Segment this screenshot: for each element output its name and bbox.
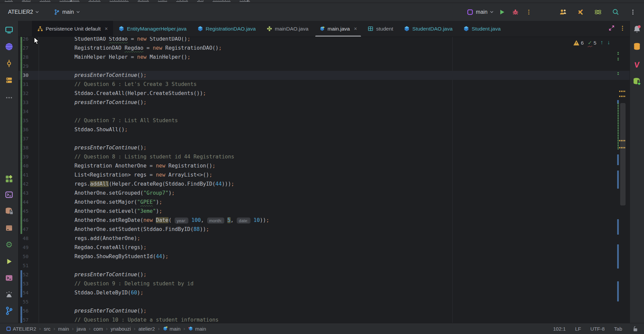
main-menu-kebab-button[interactable] — [628, 7, 638, 17]
typos-indicator[interactable]: ✓ 5 — [588, 40, 596, 46]
tool-button-maven-v[interactable]: V — [631, 59, 643, 70]
gutter[interactable]: 49 — [18, 243, 39, 252]
line-number[interactable]: 55 — [23, 297, 29, 306]
code-line[interactable]: 32 Stddao.CreateAll(Helper.CreateStudent… — [18, 89, 630, 98]
code-line[interactable]: 48 regs.add(AnotherOne); — [18, 234, 630, 243]
line-number[interactable]: 34 — [23, 107, 29, 116]
tool-button-database-lock[interactable] — [3, 205, 15, 217]
tab-options-button[interactable] — [619, 25, 626, 33]
gutter[interactable]: 56 — [18, 306, 39, 316]
breadcrumb-src[interactable]: src — [44, 326, 50, 332]
tab-persistence-unit-default[interactable]: Persistence Unit default× — [32, 21, 113, 37]
code-line[interactable]: 50 Regdao.ShowRegByStudentId(44); — [18, 252, 630, 261]
close-icon[interactable]: × — [354, 26, 357, 32]
run-configuration-widget[interactable]: main — [467, 9, 494, 15]
gutter[interactable]: 50 — [18, 252, 39, 261]
line-number[interactable]: 42 — [23, 180, 29, 189]
code-line[interactable]: 35 // Question 7 : List All Students — [18, 116, 630, 125]
code-line[interactable]: 51 — [18, 261, 630, 270]
line-number[interactable]: 49 — [23, 243, 29, 252]
breadcrumb-class[interactable]: main — [163, 326, 181, 332]
tool-button-services-squares[interactable] — [3, 173, 15, 185]
tool-button-git-branch[interactable] — [3, 305, 15, 317]
code-line[interactable]: 34 — [18, 107, 630, 116]
menu-item-file[interactable]: File — [5, 0, 13, 1]
line-number[interactable]: 30 — [23, 71, 29, 80]
line-number[interactable]: 56 — [23, 306, 29, 316]
code-line[interactable]: 37 — [18, 134, 630, 143]
code-line[interactable]: 53 // Question 9 : Deleting student by i… — [18, 279, 630, 288]
tools-button[interactable] — [576, 7, 586, 17]
menu-item-view[interactable]: View — [40, 0, 50, 1]
gutter[interactable]: 53 — [18, 279, 39, 288]
gutter[interactable]: 42 — [18, 180, 39, 189]
line-number[interactable]: 48 — [23, 234, 29, 243]
tool-button-terminal2[interactable] — [3, 272, 15, 284]
menu-item-help[interactable]: Help — [240, 0, 250, 1]
inspection-widget[interactable]: 6 ✓ 5 ↑ ↓ — [573, 39, 610, 46]
tool-button-notifications-bell[interactable] — [631, 23, 643, 35]
line-number[interactable]: 45 — [23, 207, 29, 216]
warnings-indicator[interactable]: 6 — [573, 40, 584, 46]
code-line[interactable]: 39 // Question 8 : Listing student id 44… — [18, 152, 630, 161]
tool-button-monitor[interactable] — [3, 24, 15, 36]
code-line[interactable]: 44 AnotherOne.setMajor("GPEE"); — [18, 198, 630, 207]
code-line[interactable]: 54 Stddao.DeleteByID(60); — [18, 288, 630, 297]
profiler-button[interactable] — [593, 7, 603, 17]
line-number[interactable]: 53 — [23, 279, 29, 288]
line-number[interactable]: 33 — [23, 98, 29, 107]
search-everywhere-button[interactable] — [610, 7, 620, 17]
tab-registrationdao-java[interactable]: RegistrationDAO.java — [192, 21, 261, 37]
breadcrumb-method[interactable]: main — [188, 326, 206, 332]
gutter[interactable]: 31 — [18, 80, 39, 89]
gutter[interactable]: 30 — [18, 71, 39, 80]
breadcrumb-project[interactable]: ATELIER2 — [6, 326, 36, 332]
code-line[interactable]: 47 AnotherOne.setStudent(Stddao.FindByID… — [18, 225, 630, 234]
line-number[interactable]: 51 — [23, 261, 29, 270]
expand-editor-button[interactable] — [608, 25, 615, 33]
gutter[interactable]: 52 — [18, 270, 39, 279]
next-problem-arrow-icon[interactable]: ↓ — [607, 39, 610, 46]
close-icon[interactable]: × — [105, 26, 108, 32]
breadcrumb-main[interactable]: main — [58, 326, 69, 332]
gutter[interactable]: 35 — [18, 116, 39, 125]
code-with-me-button[interactable] — [558, 7, 568, 17]
tab-main-java[interactable]: main.java× — [314, 21, 363, 37]
more-run-options-button[interactable] — [524, 7, 534, 17]
tool-button-commit[interactable] — [3, 58, 15, 69]
tool-button-database-add[interactable] — [631, 76, 643, 87]
menu-item-git[interactable]: Git — [197, 0, 203, 1]
gutter[interactable]: 29 — [18, 62, 39, 71]
code-line[interactable]: 46 AnotherOne.setRegDate(new Date( year:… — [18, 216, 630, 225]
code-line[interactable]: 42 regs.addAll(Helper.CreateReg(Stddao.F… — [18, 180, 630, 189]
gutter[interactable]: 34 — [18, 107, 39, 116]
tool-button-persistence-sphere[interactable] — [3, 41, 15, 52]
tab-maindao-java[interactable]: mainDAO.java — [261, 21, 314, 37]
line-number[interactable]: 37 — [23, 134, 29, 143]
code-line[interactable]: 38 pressEnterToContinue(); — [18, 143, 630, 152]
menu-item-window[interactable]: Window — [213, 0, 230, 1]
code-line[interactable]: 41 List<Registration> regs = new ArrayLi… — [18, 171, 630, 180]
code-editor[interactable]: 26 StudentDAO Stddao = new StudentDAO();… — [18, 37, 630, 323]
project-widget[interactable]: ATELIER2 — [8, 9, 39, 15]
gutter[interactable]: 45 — [18, 207, 39, 216]
gutter[interactable]: 43 — [18, 189, 39, 198]
file-encoding[interactable]: UTF-8 — [590, 326, 605, 332]
debug-button[interactable] — [510, 7, 520, 17]
line-number[interactable]: 50 — [23, 252, 29, 261]
gutter[interactable]: 38 — [18, 143, 39, 152]
breadcrumb-atelier2[interactable]: atelier2 — [138, 326, 155, 332]
line-separator[interactable]: LF — [575, 326, 581, 332]
line-number[interactable]: 54 — [23, 288, 29, 297]
line-number[interactable]: 52 — [23, 270, 29, 279]
line-number[interactable]: 28 — [23, 53, 29, 62]
code-line[interactable]: 45 AnotherOne.setLevel("3eme"); — [18, 207, 630, 216]
menu-item-refactor[interactable]: Refactor — [109, 0, 129, 1]
code-line[interactable]: 55 — [18, 297, 630, 306]
tool-button-run-play[interactable] — [3, 256, 15, 267]
gutter[interactable]: 48 — [18, 234, 39, 243]
code-line[interactable]: 36 Stddao.ShowAll(); — [18, 125, 630, 134]
gutter[interactable]: 28 — [18, 53, 39, 62]
code-line[interactable]: 49 Regdao.CreateAll(regs); — [18, 243, 630, 252]
tool-button-database-cards[interactable] — [3, 75, 15, 86]
